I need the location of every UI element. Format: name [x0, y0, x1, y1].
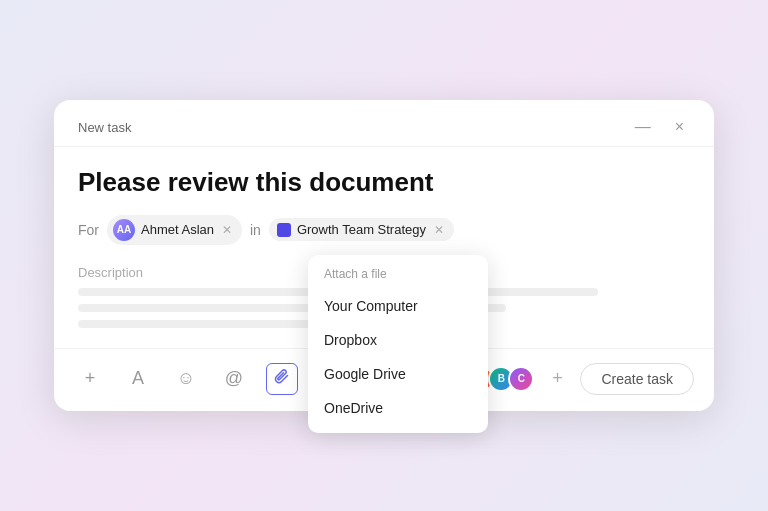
description-section: Description Attach a file Your Computer … [78, 265, 690, 328]
member-avatar-3: C [508, 366, 534, 392]
task-name[interactable]: Please review this document [78, 167, 690, 198]
in-label: in [250, 222, 261, 238]
new-task-dialog: New task — × Please review this document… [54, 100, 714, 410]
emoji-icon-button[interactable]: ☺ [170, 363, 202, 395]
assignee-remove[interactable]: ✕ [222, 223, 232, 237]
assignee-chip[interactable]: AA Ahmet Aslan ✕ [107, 215, 242, 245]
mention-icon-button[interactable]: @ [218, 363, 250, 395]
project-dot [277, 223, 291, 237]
attachment-icon-button[interactable] [266, 363, 298, 395]
dropdown-item-onedrive[interactable]: OneDrive [308, 391, 488, 425]
close-button[interactable]: × [669, 116, 690, 138]
dialog-header: New task — × [54, 100, 714, 147]
add-member-button[interactable]: + [544, 366, 570, 392]
mention-icon: @ [225, 368, 243, 389]
for-row: For AA Ahmet Aslan ✕ in Growth Team Stra… [78, 215, 690, 245]
footer-right: A B C + Create task [468, 363, 694, 395]
dropdown-header: Attach a file [308, 263, 488, 289]
minimize-button[interactable]: — [629, 116, 657, 138]
assignee-name: Ahmet Aslan [141, 222, 214, 237]
header-actions: — × [629, 116, 690, 138]
plus-icon-button[interactable]: + [74, 363, 106, 395]
dropdown-item-computer[interactable]: Your Computer [308, 289, 488, 323]
dropdown-item-googledrive[interactable]: Google Drive [308, 357, 488, 391]
project-chip[interactable]: Growth Team Strategy ✕ [269, 218, 454, 241]
emoji-icon: ☺ [177, 368, 195, 389]
for-label: For [78, 222, 99, 238]
attachment-icon [274, 368, 290, 389]
attach-file-dropdown: Attach a file Your Computer Dropbox Goog… [308, 255, 488, 433]
create-task-button[interactable]: Create task [580, 363, 694, 395]
project-name: Growth Team Strategy [297, 222, 426, 237]
dialog-title: New task [78, 120, 131, 135]
assignee-avatar: AA [113, 219, 135, 241]
plus-icon: + [85, 368, 96, 389]
project-remove[interactable]: ✕ [434, 223, 444, 237]
font-icon: A [132, 368, 144, 389]
dialog-body: Please review this document For AA Ahmet… [54, 147, 714, 327]
font-icon-button[interactable]: A [122, 363, 154, 395]
dropdown-item-dropbox[interactable]: Dropbox [308, 323, 488, 357]
